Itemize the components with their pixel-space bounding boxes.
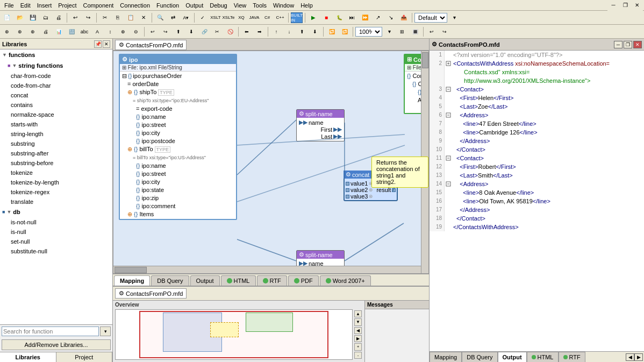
lib-item-concat[interactable]: concat xyxy=(0,90,112,100)
tree-row[interactable]: ⊟{} ipo:purchaseOrder xyxy=(120,72,236,80)
tree-row[interactable]: = shipTo xsi:type="ipo:EU-Address" xyxy=(120,97,236,105)
db-group[interactable]: ■ ▼ db xyxy=(0,207,112,217)
panel-close-button[interactable]: ✕ xyxy=(103,40,110,48)
tab-mapping[interactable]: Mapping xyxy=(114,275,150,286)
lib-item-is-null[interactable]: is-null xyxy=(0,227,112,237)
search-input[interactable] xyxy=(2,326,99,336)
builtin-btn[interactable]: BUILT IN xyxy=(291,12,303,23)
overview-btn-2[interactable]: ▼ xyxy=(354,318,362,325)
lib-item-char-from-code[interactable]: char-from-code xyxy=(0,71,112,81)
tb2-18[interactable]: 🚫 xyxy=(224,26,236,37)
lib-item-tokenize[interactable]: tokenize xyxy=(0,168,112,178)
tb2-9[interactable]: ↕ xyxy=(104,26,116,37)
xml-close-button[interactable]: ✕ xyxy=(633,41,642,48)
zoom-dropdown[interactable]: 100% xyxy=(355,27,382,37)
lib-item-contains[interactable]: contains xyxy=(0,100,112,110)
overview-btn-6[interactable]: - xyxy=(354,352,362,359)
lib-item-substitute-null[interactable]: substitute-null xyxy=(0,246,112,256)
line-marker-3[interactable] xyxy=(445,85,452,94)
c-btn[interactable]: C# xyxy=(261,12,273,23)
tb2-17[interactable]: ✂ xyxy=(211,26,223,37)
scrollbar-thumb-h[interactable] xyxy=(115,267,147,273)
xml-tab-mapping[interactable]: Mapping xyxy=(430,352,462,362)
tb2-10[interactable]: ⊕ xyxy=(117,26,129,37)
java-btn[interactable]: JAVA xyxy=(248,12,260,23)
lib-item-starts-with[interactable]: starts-with xyxy=(0,119,112,129)
step4-btn[interactable]: ↘ xyxy=(385,12,397,23)
overview-btn-4[interactable]: ▶ xyxy=(354,335,362,342)
lib-item-string-length[interactable]: string-length xyxy=(0,129,112,139)
menu-function[interactable]: Function xyxy=(153,1,182,10)
menu-debug[interactable]: Debug xyxy=(206,1,230,10)
split-name-node-1[interactable]: ⚙ split-name ▶▶ name First ▶▶ Last ▶▶ xyxy=(296,109,345,141)
menu-file[interactable]: File xyxy=(1,1,17,10)
delete-button[interactable]: ✕ xyxy=(138,12,149,23)
overview-map[interactable] xyxy=(115,309,353,360)
tb2-2[interactable]: ⊕ xyxy=(14,26,26,37)
lib-item-substring-before[interactable]: substring-before xyxy=(0,158,112,168)
bottom-file-tab[interactable]: ⚙ ContactsFromPO.mfd xyxy=(115,288,187,299)
tree-row[interactable]: {} ipo:street xyxy=(120,121,236,129)
tb2-26[interactable]: 🔂 xyxy=(339,26,350,37)
restore-app-button[interactable]: ❐ xyxy=(619,0,631,11)
zoom-dropdown-arrow[interactable]: ▾ xyxy=(383,26,395,37)
tree-row[interactable]: = billTo xsi:type="ipo:US-Address" xyxy=(120,154,236,162)
tb2-23[interactable]: ⬆ xyxy=(296,26,308,37)
string-functions-group[interactable]: ■ ▼ string functions xyxy=(0,60,112,71)
tb2-22[interactable]: ↓ xyxy=(283,26,295,37)
tb2-32[interactable]: ↩ xyxy=(426,26,438,37)
step2-btn[interactable]: ⏩ xyxy=(359,12,371,23)
panel-pin-button[interactable]: 📌 xyxy=(94,40,102,48)
paste-button[interactable]: 📋 xyxy=(125,12,137,23)
xml-tab-output[interactable]: Output xyxy=(498,352,527,362)
tab-libraries[interactable]: Libraries xyxy=(0,352,56,362)
debug-btn[interactable]: 🐛 xyxy=(333,12,345,23)
btn-a[interactable]: A▾ xyxy=(180,12,192,23)
tree-row[interactable]: {} ipo:comment xyxy=(120,202,236,210)
tb2-31[interactable]: 🔳 xyxy=(409,26,421,37)
menu-help[interactable]: Help xyxy=(297,1,316,10)
open-button[interactable]: 📂 xyxy=(14,12,26,23)
xml-tab-next[interactable]: ▶ xyxy=(634,353,643,361)
tab-html[interactable]: HTML xyxy=(221,275,256,286)
replace-button[interactable]: ⇄ xyxy=(167,12,179,23)
tb2-16[interactable]: 🔗 xyxy=(198,26,210,37)
lib-item-tokenize-regex[interactable]: tokenize-regex xyxy=(0,187,112,197)
xml-minimize-button[interactable]: ─ xyxy=(614,41,622,48)
tree-row[interactable]: = export-code xyxy=(120,105,236,113)
tb2-13[interactable]: ↪ xyxy=(160,26,171,37)
tree-row[interactable]: ⊕ {} billTo TYPE xyxy=(120,145,236,154)
lib-item-substring-after[interactable]: substring-after xyxy=(0,148,112,158)
stop-button[interactable]: ■ xyxy=(320,12,332,23)
tree-row[interactable]: ⊕ {} shipTo TYPE xyxy=(120,88,236,97)
tree-row[interactable]: {} ipo:state xyxy=(120,186,236,194)
menu-connection[interactable]: Connection xyxy=(117,1,153,10)
save-button[interactable]: 💾 xyxy=(27,12,39,23)
overview-btn-3[interactable]: ◀ xyxy=(354,327,362,334)
lib-item-normalize-space[interactable]: normalize-space xyxy=(0,110,112,119)
step3-btn[interactable]: ↗ xyxy=(372,12,384,23)
tb2-20[interactable]: ➡ xyxy=(254,26,266,37)
tb2-12[interactable]: ↩ xyxy=(147,26,159,37)
tb2-21[interactable]: ↑ xyxy=(270,26,282,37)
line-marker-14[interactable] xyxy=(445,180,452,188)
tb2-14[interactable]: ⬆ xyxy=(173,26,184,37)
xslt2-btn[interactable]: XSLTe xyxy=(223,12,234,23)
tb2-5[interactable]: 📊 xyxy=(53,26,65,37)
tb2-8[interactable]: A xyxy=(91,26,103,37)
line-marker-6[interactable] xyxy=(445,111,452,119)
tree-row[interactable]: {} ipo:city xyxy=(120,178,236,186)
xml-tab-rtf[interactable]: RTF xyxy=(559,352,585,362)
xml-tab-html[interactable]: HTML xyxy=(527,352,559,362)
xml-tab-prev[interactable]: ◀ xyxy=(626,353,634,361)
print-button[interactable]: 🖨 xyxy=(53,12,65,23)
lib-item-substring[interactable]: substring xyxy=(0,139,112,148)
tb2-15[interactable]: ⬇ xyxy=(185,26,197,37)
source-component-ipo[interactable]: ⚙ ipo ⊞ File: ipo.xml File/String ⊟{} ip… xyxy=(119,54,237,220)
tab-rtf[interactable]: RTF xyxy=(257,275,287,286)
redo-button[interactable]: ↪ xyxy=(82,12,94,23)
step-btn[interactable]: ⏭ xyxy=(346,12,358,23)
xml-restore-button[interactable]: ❐ xyxy=(624,41,632,48)
tb2-1[interactable]: ⊕ xyxy=(1,26,13,37)
dropdown-arrow[interactable]: ▾ xyxy=(448,12,460,23)
